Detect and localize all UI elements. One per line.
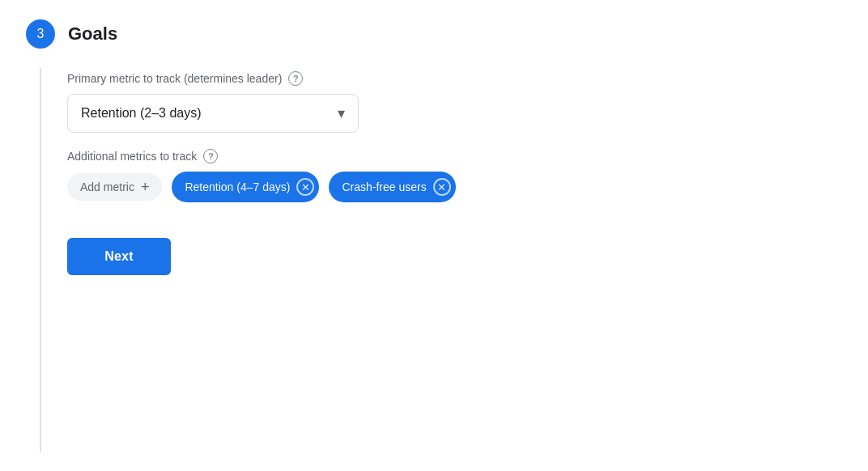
- dropdown-arrow-icon: ▾: [338, 104, 345, 122]
- primary-metric-label: Primary metric to track (determines lead…: [67, 71, 842, 86]
- add-metric-label: Add metric: [80, 180, 134, 193]
- remove-tag-2-button[interactable]: ✕: [433, 178, 451, 196]
- primary-metric-help-icon[interactable]: ?: [288, 71, 303, 86]
- metric-tag-label: Retention (4–7 days): [185, 180, 290, 193]
- remove-tag-1-button[interactable]: ✕: [296, 178, 314, 196]
- add-metric-button[interactable]: Add metric +: [67, 173, 162, 201]
- metrics-row: Add metric + Retention (4–7 days) ✕ Cras…: [67, 172, 842, 202]
- plus-icon: +: [141, 180, 150, 194]
- primary-metric-dropdown[interactable]: Retention (2–3 days) ▾: [67, 94, 359, 133]
- page-title: Goals: [68, 23, 117, 45]
- step-divider: [40, 68, 41, 452]
- primary-metric-value: Retention (2–3 days): [81, 106, 202, 121]
- next-button[interactable]: Next: [67, 238, 171, 275]
- additional-metrics-label: Additional metrics to track ?: [67, 149, 842, 163]
- metric-tag-label: Crash-free users: [342, 180, 426, 193]
- form-area: Primary metric to track (determines lead…: [67, 68, 842, 452]
- metric-tag-crash-free: Crash-free users ✕: [329, 172, 455, 202]
- step-badge: 3: [26, 19, 55, 49]
- additional-metrics-group: Additional metrics to track ? Add metric…: [67, 149, 842, 202]
- additional-metrics-help-icon[interactable]: ?: [203, 149, 218, 163]
- primary-metric-group: Primary metric to track (determines lead…: [67, 71, 842, 133]
- metric-tag-retention-4-7: Retention (4–7 days) ✕: [172, 172, 319, 202]
- footer-area: Next: [67, 238, 842, 275]
